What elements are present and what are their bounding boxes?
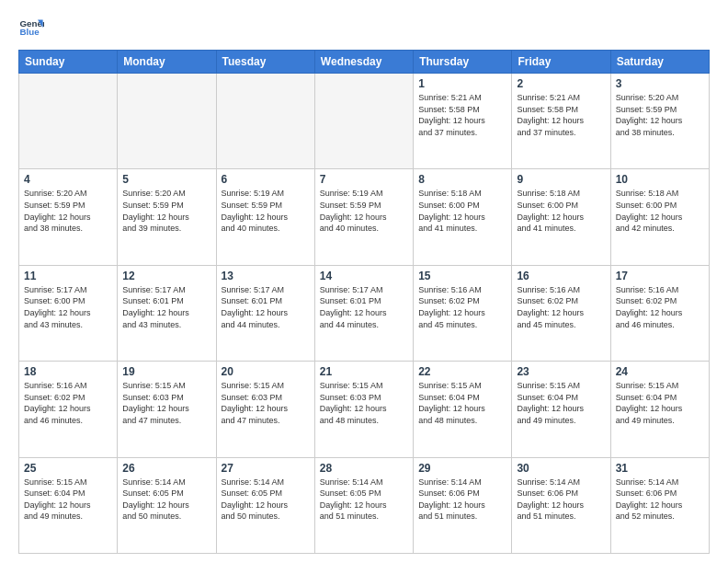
day-number: 25: [24, 462, 112, 475]
day-info: Sunrise: 5:20 AM Sunset: 5:59 PM Dayligh…: [616, 92, 704, 138]
day-number: 10: [616, 173, 704, 186]
calendar-cell: [19, 74, 118, 169]
day-info: Sunrise: 5:15 AM Sunset: 6:04 PM Dayligh…: [24, 477, 112, 523]
weekday-saturday: Saturday: [610, 51, 709, 74]
header: General Blue: [18, 15, 710, 40]
day-info: Sunrise: 5:17 AM Sunset: 6:00 PM Dayligh…: [24, 284, 112, 330]
day-info: Sunrise: 5:16 AM Sunset: 6:02 PM Dayligh…: [517, 284, 605, 330]
day-number: 4: [24, 173, 112, 186]
calendar-cell: 11Sunrise: 5:17 AM Sunset: 6:00 PM Dayli…: [19, 265, 118, 361]
week-row-2: 11Sunrise: 5:17 AM Sunset: 6:00 PM Dayli…: [19, 265, 710, 361]
calendar-cell: 17Sunrise: 5:16 AM Sunset: 6:02 PM Dayli…: [610, 265, 709, 361]
calendar-cell: 26Sunrise: 5:14 AM Sunset: 6:05 PM Dayli…: [118, 457, 216, 553]
calendar-cell: 9Sunrise: 5:18 AM Sunset: 6:00 PM Daylig…: [512, 169, 610, 265]
day-info: Sunrise: 5:16 AM Sunset: 6:02 PM Dayligh…: [418, 284, 506, 330]
logo-icon: General Blue: [18, 15, 44, 40]
day-number: 21: [320, 365, 408, 378]
day-info: Sunrise: 5:21 AM Sunset: 5:58 PM Dayligh…: [418, 92, 506, 138]
weekday-sunday: Sunday: [19, 51, 118, 74]
day-number: 18: [24, 365, 112, 378]
day-info: Sunrise: 5:21 AM Sunset: 5:58 PM Dayligh…: [517, 92, 605, 138]
day-info: Sunrise: 5:16 AM Sunset: 6:02 PM Dayligh…: [24, 380, 112, 426]
day-number: 7: [320, 173, 408, 186]
calendar-cell: 5Sunrise: 5:20 AM Sunset: 5:59 PM Daylig…: [118, 169, 216, 265]
day-info: Sunrise: 5:17 AM Sunset: 6:01 PM Dayligh…: [222, 284, 310, 330]
calendar-cell: 14Sunrise: 5:17 AM Sunset: 6:01 PM Dayli…: [314, 265, 413, 361]
day-number: 1: [418, 77, 506, 90]
weekday-monday: Monday: [118, 51, 216, 74]
day-info: Sunrise: 5:18 AM Sunset: 6:00 PM Dayligh…: [616, 188, 704, 234]
calendar-cell: 15Sunrise: 5:16 AM Sunset: 6:02 PM Dayli…: [414, 265, 512, 361]
calendar-cell: 12Sunrise: 5:17 AM Sunset: 6:01 PM Dayli…: [118, 265, 216, 361]
day-number: 31: [616, 462, 704, 475]
day-number: 12: [122, 270, 210, 282]
weekday-thursday: Thursday: [414, 51, 512, 74]
weekday-friday: Friday: [512, 51, 610, 74]
day-info: Sunrise: 5:20 AM Sunset: 5:59 PM Dayligh…: [122, 188, 210, 234]
logo: General Blue: [18, 15, 44, 40]
day-number: 11: [24, 270, 112, 282]
day-info: Sunrise: 5:15 AM Sunset: 6:04 PM Dayligh…: [616, 380, 704, 426]
day-info: Sunrise: 5:19 AM Sunset: 5:59 PM Dayligh…: [320, 188, 408, 234]
day-number: 29: [418, 462, 506, 475]
day-info: Sunrise: 5:14 AM Sunset: 6:05 PM Dayligh…: [222, 477, 310, 523]
calendar-page: General Blue SundayMondayTuesdayWednesda…: [0, 0, 728, 563]
weekday-tuesday: Tuesday: [216, 51, 314, 74]
calendar-cell: 13Sunrise: 5:17 AM Sunset: 6:01 PM Dayli…: [216, 265, 314, 361]
weekday-header-row: SundayMondayTuesdayWednesdayThursdayFrid…: [19, 51, 710, 74]
day-info: Sunrise: 5:14 AM Sunset: 6:06 PM Dayligh…: [616, 477, 704, 523]
day-number: 2: [517, 77, 605, 90]
day-info: Sunrise: 5:15 AM Sunset: 6:04 PM Dayligh…: [418, 380, 506, 426]
day-info: Sunrise: 5:20 AM Sunset: 5:59 PM Dayligh…: [24, 188, 112, 234]
calendar-cell: 18Sunrise: 5:16 AM Sunset: 6:02 PM Dayli…: [19, 362, 118, 457]
calendar-cell: 27Sunrise: 5:14 AM Sunset: 6:05 PM Dayli…: [216, 457, 314, 553]
calendar-cell: [118, 74, 216, 169]
day-info: Sunrise: 5:19 AM Sunset: 5:59 PM Dayligh…: [222, 188, 310, 234]
day-info: Sunrise: 5:17 AM Sunset: 6:01 PM Dayligh…: [122, 284, 210, 330]
day-info: Sunrise: 5:15 AM Sunset: 6:03 PM Dayligh…: [320, 380, 408, 426]
calendar-cell: [216, 74, 314, 169]
day-number: 8: [418, 173, 506, 186]
calendar-cell: 23Sunrise: 5:15 AM Sunset: 6:04 PM Dayli…: [512, 362, 610, 457]
day-number: 6: [222, 173, 310, 186]
day-number: 27: [222, 462, 310, 475]
day-info: Sunrise: 5:18 AM Sunset: 6:00 PM Dayligh…: [418, 188, 506, 234]
day-number: 17: [616, 270, 704, 282]
day-number: 14: [320, 270, 408, 282]
day-number: 13: [222, 270, 310, 282]
day-number: 28: [320, 462, 408, 475]
svg-text:Blue: Blue: [19, 27, 40, 37]
calendar-cell: 6Sunrise: 5:19 AM Sunset: 5:59 PM Daylig…: [216, 169, 314, 265]
calendar-cell: 22Sunrise: 5:15 AM Sunset: 6:04 PM Dayli…: [414, 362, 512, 457]
weekday-wednesday: Wednesday: [314, 51, 413, 74]
day-info: Sunrise: 5:18 AM Sunset: 6:00 PM Dayligh…: [517, 188, 605, 234]
calendar-table: SundayMondayTuesdayWednesdayThursdayFrid…: [18, 50, 710, 554]
week-row-3: 18Sunrise: 5:16 AM Sunset: 6:02 PM Dayli…: [19, 362, 710, 457]
day-info: Sunrise: 5:14 AM Sunset: 6:06 PM Dayligh…: [418, 477, 506, 523]
day-info: Sunrise: 5:15 AM Sunset: 6:03 PM Dayligh…: [222, 380, 310, 426]
day-number: 9: [517, 173, 605, 186]
day-number: 15: [418, 270, 506, 282]
calendar-cell: [314, 74, 413, 169]
week-row-0: 1Sunrise: 5:21 AM Sunset: 5:58 PM Daylig…: [19, 74, 710, 169]
calendar-cell: 24Sunrise: 5:15 AM Sunset: 6:04 PM Dayli…: [610, 362, 709, 457]
week-row-4: 25Sunrise: 5:15 AM Sunset: 6:04 PM Dayli…: [19, 457, 710, 553]
day-info: Sunrise: 5:14 AM Sunset: 6:06 PM Dayligh…: [517, 477, 605, 523]
calendar-cell: 19Sunrise: 5:15 AM Sunset: 6:03 PM Dayli…: [118, 362, 216, 457]
day-number: 5: [122, 173, 210, 186]
day-info: Sunrise: 5:15 AM Sunset: 6:04 PM Dayligh…: [517, 380, 605, 426]
day-number: 30: [517, 462, 605, 475]
day-number: 24: [616, 365, 704, 378]
day-number: 22: [418, 365, 506, 378]
calendar-cell: 20Sunrise: 5:15 AM Sunset: 6:03 PM Dayli…: [216, 362, 314, 457]
calendar-cell: 31Sunrise: 5:14 AM Sunset: 6:06 PM Dayli…: [610, 457, 709, 553]
calendar-cell: 28Sunrise: 5:14 AM Sunset: 6:05 PM Dayli…: [314, 457, 413, 553]
day-info: Sunrise: 5:17 AM Sunset: 6:01 PM Dayligh…: [320, 284, 408, 330]
calendar-cell: 10Sunrise: 5:18 AM Sunset: 6:00 PM Dayli…: [610, 169, 709, 265]
day-number: 26: [122, 462, 210, 475]
calendar-cell: 16Sunrise: 5:16 AM Sunset: 6:02 PM Dayli…: [512, 265, 610, 361]
week-row-1: 4Sunrise: 5:20 AM Sunset: 5:59 PM Daylig…: [19, 169, 710, 265]
day-number: 3: [616, 77, 704, 90]
day-number: 16: [517, 270, 605, 282]
day-info: Sunrise: 5:14 AM Sunset: 6:05 PM Dayligh…: [320, 477, 408, 523]
